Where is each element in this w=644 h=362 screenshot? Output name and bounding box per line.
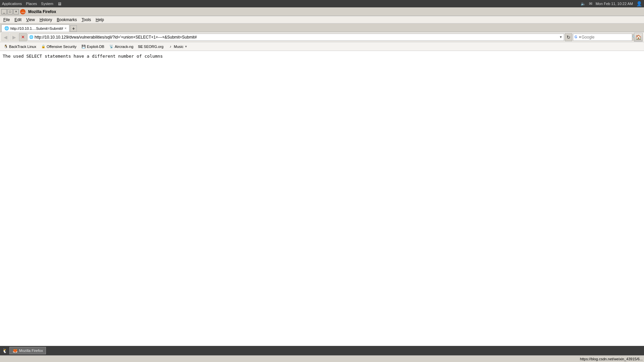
google-logo: G: [573, 35, 579, 39]
sql-error-message: The used SELECT statements have a differ…: [3, 54, 163, 59]
bookmark-aircrack-label: Aircrack-ng: [115, 45, 133, 49]
bookmarks-bar: 🐧 BackTrack Linux 🔒 Offensive Security 💾…: [0, 42, 644, 51]
system-menu[interactable]: System: [41, 2, 53, 6]
close-button[interactable]: ×: [13, 9, 19, 14]
aircrack-icon: 📡: [109, 44, 114, 49]
home-button[interactable]: 🏠: [634, 33, 643, 42]
stop-button[interactable]: ✕: [19, 33, 27, 41]
bookmark-offensive-security[interactable]: 🔒 Offensive Security: [39, 44, 78, 50]
backtrack-icon: 🐧: [3, 44, 8, 49]
bookmark-music-label: Music: [174, 45, 183, 49]
menu-bar: File Edit View History Bookmarks Tools H…: [0, 16, 644, 23]
minimize-button[interactable]: _: [1, 9, 7, 14]
taskbar-firefox-button[interactable]: 🦊 Mozilla Firefox: [9, 347, 46, 354]
search-dropdown-arrow[interactable]: ▼: [579, 36, 582, 39]
page-content: The used SELECT statements have a differ…: [0, 51, 644, 355]
window-title: Mozilla Firefox: [28, 9, 56, 14]
bookmark-aircrack[interactable]: 📡 Aircrack-ng: [107, 44, 136, 50]
taskbar-firefox-label: Mozilla Firefox: [19, 349, 43, 353]
forward-button[interactable]: ▶: [10, 33, 18, 41]
system-bar-right: 🔈 ✉ Mon Feb 11, 10:22 AM 👤: [581, 1, 642, 6]
bookmark-seorg-label: SEORG.org: [144, 45, 164, 49]
tab-close-button[interactable]: ×: [64, 26, 66, 30]
menu-bookmarks[interactable]: Bookmarks: [55, 17, 79, 23]
reload-button[interactable]: ↻: [565, 33, 572, 41]
bookmark-backtrack[interactable]: 🐧 BackTrack Linux: [1, 44, 38, 50]
new-tab-button[interactable]: +: [70, 25, 77, 32]
title-bar-buttons: _ □ ×: [1, 9, 19, 14]
menu-file[interactable]: File: [1, 17, 12, 23]
music-dropdown-arrow: ▼: [184, 45, 187, 48]
firefox-logo-icon: 🦊: [20, 9, 25, 14]
music-icon: ♪: [168, 44, 173, 49]
volume-icon: 🔈: [581, 1, 586, 6]
offensive-security-icon: 🔒: [41, 44, 46, 49]
back-button[interactable]: ◀: [1, 33, 9, 41]
seorg-icon: SE: [138, 44, 143, 49]
status-bar: https://blog.csdn.net/weixin_43915/6...: [0, 355, 644, 362]
terminal-icon[interactable]: 🖥: [57, 1, 62, 6]
bookmark-offensive-security-label: Offensive Security: [47, 45, 76, 49]
address-bar-container: 🌐 ▼: [28, 34, 564, 41]
address-input[interactable]: [34, 35, 558, 40]
bookmark-exploit-db[interactable]: 💾 Exploit-DB: [79, 44, 106, 50]
page-icon: 🌐: [29, 35, 34, 40]
menu-history[interactable]: History: [38, 17, 54, 23]
status-right: https://blog.csdn.net/weixin_43915/6...: [580, 357, 643, 361]
user-icon: 👤: [636, 1, 642, 6]
nav-bar: ◀ ▶ ✕ 🌐 ▼ ↻ G ▼ 🔍 🏠: [0, 32, 644, 42]
taskbar-app-icon[interactable]: 🐧: [1, 347, 8, 354]
menu-help[interactable]: Help: [94, 17, 106, 23]
system-bar-left: Applications Places System 🖥: [2, 1, 62, 6]
menu-edit[interactable]: Edit: [12, 17, 23, 23]
title-bar: _ □ × 🦊 Mozilla Firefox: [0, 7, 644, 16]
taskbar: 🐧 🦊 Mozilla Firefox: [0, 346, 644, 355]
datetime-display: Mon Feb 11, 10:22 AM: [596, 2, 633, 6]
tab-label: http://10.10.1....Submit=Submit#: [10, 26, 63, 31]
applications-menu[interactable]: Applications: [2, 2, 22, 6]
tab-favicon: 🌐: [4, 26, 9, 31]
bookmark-backtrack-label: BackTrack Linux: [9, 45, 36, 49]
exploit-db-icon: 💾: [81, 44, 86, 49]
maximize-button[interactable]: □: [7, 9, 13, 14]
bookmark-seorg[interactable]: SE SEORG.org: [136, 44, 166, 50]
menu-tools[interactable]: Tools: [79, 17, 93, 23]
menu-view[interactable]: View: [24, 17, 37, 23]
search-input[interactable]: [582, 35, 632, 40]
address-dropdown-arrow[interactable]: ▼: [558, 35, 563, 39]
bookmark-music[interactable]: ♪ Music ▼: [166, 44, 190, 50]
browser-tab-active[interactable]: 🌐 http://10.10.1....Submit=Submit# ×: [1, 24, 69, 32]
search-container: G ▼ 🔍: [573, 34, 633, 41]
places-menu[interactable]: Places: [26, 2, 37, 6]
bookmark-exploit-db-label: Exploit-DB: [87, 45, 104, 49]
system-bar: Applications Places System 🖥 🔈 ✉ Mon Feb…: [0, 0, 644, 7]
email-icon: ✉: [589, 1, 592, 6]
tab-bar: 🌐 http://10.10.1....Submit=Submit# × +: [0, 23, 644, 32]
taskbar-firefox-icon: 🦊: [12, 348, 18, 353]
